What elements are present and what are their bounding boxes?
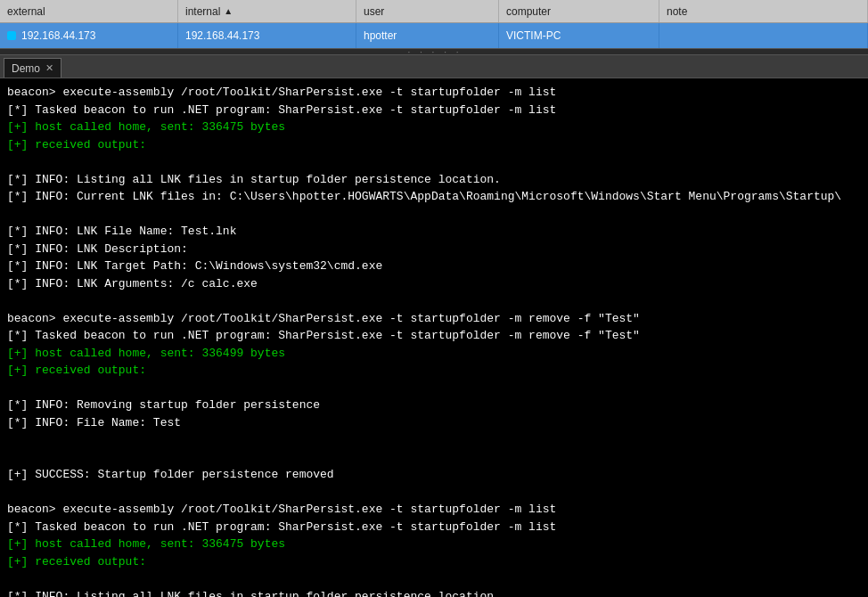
cell-internal: 192.168.44.173 <box>178 23 356 48</box>
divider-dots-icon: · · · · · <box>406 48 461 56</box>
col-header-external[interactable]: external <box>0 0 178 22</box>
status-dot-icon <box>7 31 16 40</box>
cell-user-value: hpotter <box>364 29 397 42</box>
col-header-note[interactable]: note <box>659 0 868 22</box>
table-header: external internal ▲ user computer note <box>0 0 868 23</box>
col-label-external: external <box>7 5 45 18</box>
tab-demo-label: Demo <box>12 62 40 75</box>
col-header-user[interactable]: user <box>356 0 499 22</box>
col-label-computer: computer <box>506 5 551 18</box>
cell-internal-value: 192.168.44.173 <box>185 29 259 42</box>
resize-handle[interactable]: · · · · · <box>0 48 868 55</box>
col-label-note: note <box>667 5 687 18</box>
cell-computer: VICTIM-PC <box>499 23 659 48</box>
table-row[interactable]: 192.168.44.173 192.168.44.173 hpotter VI… <box>0 23 868 48</box>
col-label-internal: internal <box>185 5 220 18</box>
cell-user: hpotter <box>356 23 499 48</box>
col-label-user: user <box>364 5 384 18</box>
tab-bar: Demo ✕ <box>0 55 868 78</box>
tab-close-icon[interactable]: ✕ <box>45 62 53 74</box>
col-header-computer[interactable]: computer <box>499 0 659 22</box>
col-header-internal[interactable]: internal ▲ <box>178 0 356 22</box>
cell-computer-value: VICTIM-PC <box>506 29 561 42</box>
cell-external-value: 192.168.44.173 <box>21 29 95 42</box>
sort-arrow-icon: ▲ <box>224 6 233 16</box>
tab-demo[interactable]: Demo ✕ <box>4 58 61 78</box>
terminal-output[interactable]: beacon> execute-assembly /root/Toolkit/S… <box>0 78 868 597</box>
cell-external: 192.168.44.173 <box>0 23 178 48</box>
cell-note <box>659 23 868 48</box>
